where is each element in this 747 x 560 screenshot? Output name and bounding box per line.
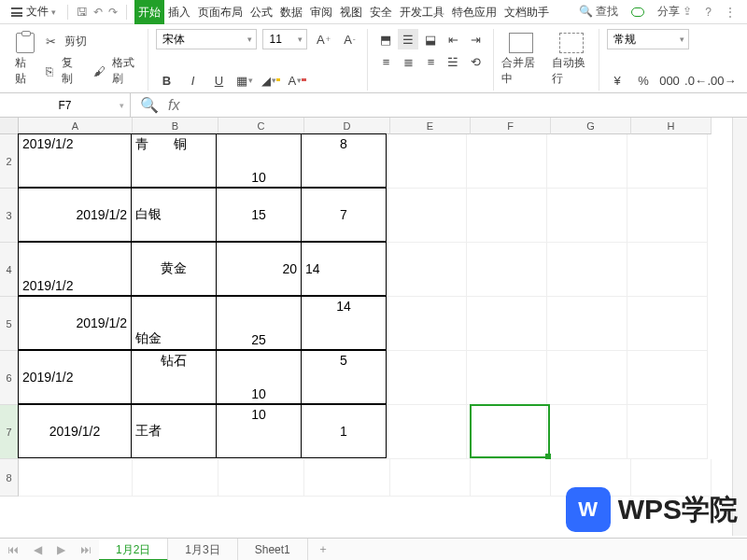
increase-font-button[interactable]: A+ (313, 29, 333, 49)
cell-C8[interactable] (218, 459, 304, 497)
align-right-icon[interactable]: ≡ (420, 51, 441, 72)
cell-G6[interactable] (547, 351, 627, 405)
tab-doc-helper[interactable]: 文档助手 (500, 0, 553, 24)
paste-button[interactable]: 粘贴 (15, 33, 35, 87)
align-center-icon[interactable]: ≣ (398, 51, 418, 72)
cell-D2[interactable]: 8 (301, 133, 387, 188)
cell-E5[interactable] (387, 297, 467, 351)
file-menu[interactable]: 文件 ▾ (6, 4, 62, 20)
number-format-select[interactable]: 常规 (607, 29, 689, 49)
cell-G3[interactable] (547, 189, 627, 243)
more-icon[interactable]: ⋮ (725, 6, 736, 19)
cell-F3[interactable] (467, 189, 547, 243)
cell-H5[interactable] (627, 297, 708, 351)
cell-E8[interactable] (390, 459, 471, 497)
cell-F8[interactable] (471, 459, 551, 497)
sheet-tab-1[interactable]: 1月3日 (168, 539, 237, 561)
cell-E6[interactable] (387, 351, 467, 405)
comma-icon[interactable]: 000 (659, 70, 680, 91)
row-header-6[interactable]: 6 (0, 351, 19, 405)
cell-D5[interactable]: 14 (301, 296, 387, 350)
sheet-tab-0[interactable]: 1月2日 (99, 539, 168, 561)
tab-review[interactable]: 审阅 (306, 0, 336, 24)
indent-increase-icon[interactable]: ⇥ (465, 29, 486, 49)
cell-B7[interactable]: 王者 (131, 404, 217, 458)
col-header-H[interactable]: H (631, 118, 712, 134)
cell-G4[interactable] (547, 243, 627, 297)
col-header-A[interactable]: A (19, 118, 133, 134)
tab-page-layout[interactable]: 页面布局 (194, 0, 247, 24)
cell-A3[interactable]: 2019/1/2 (18, 188, 132, 242)
cell-E3[interactable] (387, 189, 467, 243)
spreadsheet-grid[interactable]: ABCDEFGH 2345678 2019/1/2青 铜1082019/1/2白… (0, 118, 747, 536)
align-bottom-icon[interactable]: ⬓ (420, 29, 441, 49)
cell-D7[interactable]: 1 (301, 404, 387, 458)
tab-view[interactable]: 视图 (336, 0, 366, 24)
align-middle-icon[interactable]: ☰ (398, 29, 418, 49)
increase-decimal-icon[interactable]: .0← (685, 70, 706, 91)
tab-nav-first-icon[interactable]: ⏮ (0, 543, 26, 556)
font-name-select[interactable]: 宋体 (156, 29, 257, 49)
col-header-C[interactable]: C (218, 118, 304, 134)
cell-A2[interactable]: 2019/1/2 (18, 133, 132, 188)
percent-icon[interactable]: % (633, 70, 654, 91)
cell-H3[interactable] (627, 189, 708, 243)
cell-F4[interactable] (467, 243, 547, 297)
cell-C4[interactable]: 20 (216, 242, 302, 296)
cut-button[interactable]: ✂剪切 (42, 33, 140, 49)
magnifier-icon[interactable]: 🔍 (140, 96, 159, 114)
justify-icon[interactable]: ☱ (443, 51, 463, 72)
cell-C3[interactable]: 15 (216, 188, 302, 242)
name-box[interactable]: F7 (0, 93, 131, 118)
orientation-icon[interactable]: ⟲ (465, 51, 486, 72)
search-button[interactable]: 🔍 查找 (579, 4, 618, 20)
cell-E2[interactable] (387, 134, 467, 189)
cell-A5[interactable]: 2019/1/2 (18, 296, 132, 350)
format-painter-button[interactable]: 🖌格式刷 (92, 55, 141, 87)
col-header-F[interactable]: F (471, 118, 551, 134)
cell-D4[interactable]: 14 (301, 242, 387, 296)
cell-H6[interactable] (627, 351, 708, 405)
cell-A4[interactable]: 2019/1/2 (18, 242, 132, 296)
fx-icon[interactable]: fx (168, 97, 179, 114)
bold-button[interactable]: B (156, 70, 176, 91)
tab-home[interactable]: 开始 (134, 0, 164, 24)
cell-D3[interactable]: 7 (301, 188, 387, 242)
merge-center-button[interactable]: 合并居中 (501, 33, 541, 87)
fill-color-button[interactable]: ◢▾ (261, 70, 281, 91)
cell-F6[interactable] (467, 351, 547, 405)
cloud-sync-icon[interactable] (631, 7, 644, 17)
tab-nav-next-icon[interactable]: ▶ (49, 543, 73, 556)
cell-E7[interactable] (387, 405, 467, 459)
decrease-decimal-icon[interactable]: .00→ (712, 70, 732, 91)
font-color-button[interactable]: A▾ (287, 70, 307, 91)
currency-icon[interactable]: ¥ (607, 70, 627, 91)
cell-G2[interactable] (547, 134, 627, 189)
cell-C5[interactable]: 25 (216, 296, 302, 350)
tab-security[interactable]: 安全 (366, 0, 396, 24)
undo-icon[interactable]: ↶ (91, 6, 106, 19)
formula-input[interactable] (185, 94, 747, 117)
cell-A7[interactable]: 2019/1/2 (18, 404, 132, 458)
underline-button[interactable]: U (208, 70, 229, 91)
cell-D8[interactable] (304, 459, 390, 497)
cells-area[interactable]: 2019/1/2青 铜1082019/1/2白银1572019/1/2黄金201… (19, 134, 712, 497)
align-left-icon[interactable]: ≡ (375, 51, 396, 72)
row-header-2[interactable]: 2 (0, 134, 19, 189)
cell-D6[interactable]: 5 (301, 350, 387, 404)
sheet-tab-2[interactable]: Sheet1 (238, 539, 308, 561)
col-header-D[interactable]: D (304, 118, 390, 134)
col-header-E[interactable]: E (390, 118, 471, 134)
cell-H2[interactable] (627, 134, 708, 189)
cell-E4[interactable] (387, 243, 467, 297)
decrease-font-button[interactable]: A- (339, 29, 359, 49)
tab-data[interactable]: 数据 (276, 0, 306, 24)
add-sheet-icon[interactable]: ＋ (308, 541, 338, 557)
tab-developer[interactable]: 开发工具 (396, 0, 448, 24)
row-header-7[interactable]: 7 (0, 405, 19, 459)
cell-B6[interactable]: 钻石 (131, 350, 217, 404)
save-icon[interactable]: 🖫 (74, 6, 91, 19)
cell-C2[interactable]: 10 (216, 133, 302, 188)
cell-F5[interactable] (467, 297, 547, 351)
share-button[interactable]: 分享 ⇪ (657, 4, 692, 20)
